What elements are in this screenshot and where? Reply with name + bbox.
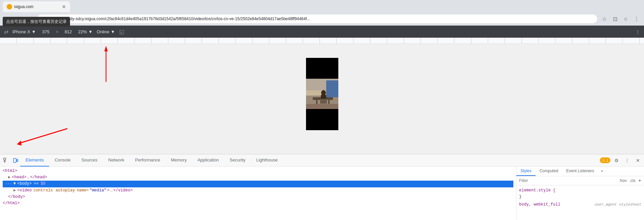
style-rule-body-selector: body, webkit_full	[519, 201, 560, 208]
svg-marker-1	[104, 46, 108, 51]
active-tab[interactable]: ixigua.com ✕	[3, 1, 70, 12]
class-button[interactable]: .cls	[630, 178, 636, 183]
dom-expand-head[interactable]: ▶	[8, 174, 10, 181]
dom-attr-controls: controls	[33, 187, 53, 194]
device-selector[interactable]: iPhone X ▼	[12, 29, 36, 34]
video-still	[306, 79, 338, 109]
phone-preview	[306, 58, 338, 130]
url-bar[interactable]: ⚠ 不安全 | v5-dy-sdcy.ixigua.com/c2fac84c61…	[37, 14, 598, 24]
tab-console[interactable]: Console	[49, 154, 76, 167]
svg-rect-18	[13, 158, 16, 162]
device-toolbar: ⇄ iPhone X ▼ 375 × 812 22% ▼ Online ▼ ◱ …	[0, 26, 644, 38]
tab-security[interactable]: Security	[224, 154, 251, 167]
browser-chrome: ixigua.com ✕ ← → ↻ ⚠ 不安全 | v5-dy-sdcy.ix…	[0, 0, 644, 44]
toolbar-more-icon[interactable]: ⋮	[636, 29, 640, 34]
main-content-area	[0, 44, 644, 154]
dom-equals: ==	[34, 181, 38, 187]
svg-line-2	[19, 129, 67, 143]
tab-close-button[interactable]: ✕	[62, 4, 66, 9]
svg-rect-15	[4, 158, 6, 160]
back-tooltip: 点击可后退，按住可查看历史记录	[3, 17, 70, 27]
style-rule-body: body, webkit_full user_agent stylesheet	[519, 201, 641, 208]
dom-attr-name: name=	[77, 187, 89, 194]
svg-rect-7	[326, 80, 338, 97]
device-name: iPhone X	[12, 29, 30, 34]
devtools-settings-button[interactable]: ⚙	[612, 156, 621, 165]
tab-favicon	[7, 4, 12, 9]
warning-badge[interactable]: ⚠ 1	[600, 157, 610, 163]
dimension-height[interactable]: 812	[62, 29, 74, 34]
ruler	[0, 38, 644, 44]
dom-expand-video[interactable]: ▶	[13, 187, 16, 194]
dom-line-html: <html>	[3, 168, 513, 174]
warning-count: 1	[606, 158, 608, 162]
devtools-more-button[interactable]: ⋮	[622, 156, 632, 165]
url-text: v5-dy-sdcy.ixigua.com/c2fac84c61d4e405a1…	[64, 16, 310, 21]
zoom-dropdown-icon: ▼	[88, 29, 93, 34]
inspect-element-button[interactable]	[1, 156, 11, 165]
styles-tab-styles[interactable]: Styles	[516, 167, 536, 176]
dom-line-html-close: </html>	[3, 200, 513, 207]
tab-elements[interactable]: Elements	[20, 154, 49, 167]
tab-bar: ixigua.com ✕	[0, 0, 644, 12]
svg-rect-19	[17, 159, 18, 161]
dimension-separator: ×	[56, 29, 59, 34]
profile-button[interactable]: ○	[621, 14, 631, 24]
tab-network[interactable]: Network	[103, 154, 130, 167]
dimension-width[interactable]: 375	[40, 29, 52, 34]
dom-dollar: $0	[41, 181, 45, 187]
devtools-body: <html> ▶ <head> … </head> ··· ▼ <body> =…	[0, 167, 644, 220]
svg-rect-14	[306, 104, 338, 109]
styles-tab-more[interactable]: »	[598, 167, 606, 176]
svg-marker-3	[17, 141, 22, 146]
zoom-selector[interactable]: 22% ▼	[78, 29, 93, 34]
dom-dots-indicator: ···	[5, 181, 12, 187]
dom-expand-body[interactable]: ▼	[13, 181, 16, 187]
devtools-close-button[interactable]: ✕	[633, 156, 643, 165]
tab-lighthouse[interactable]: Lighthouse	[251, 154, 283, 167]
devtools-tab-actions: ⚠ 1 ⚙ ⋮ ✕	[600, 156, 643, 165]
capture-icon[interactable]: ◱	[119, 29, 124, 35]
menu-button[interactable]: ⋮	[632, 14, 641, 24]
devtools-tabs: Elements Console Sources Network Perform…	[20, 154, 600, 167]
tab-title: ixigua.com	[14, 4, 33, 9]
address-bar: ← → ↻ ⚠ 不安全 | v5-dy-sdcy.ixigua.com/c2fa…	[0, 12, 644, 26]
hover-state-button[interactable]: :hov	[619, 178, 627, 183]
dom-attr-name-val: "media"	[90, 187, 106, 194]
video-still-svg	[306, 79, 338, 109]
add-style-rule-button[interactable]: +	[638, 178, 641, 184]
style-rule-element-selector: element.style {	[519, 188, 555, 193]
dom-line-video[interactable]: ▶ <video controls autoplay name= "media"…	[3, 187, 513, 194]
styles-filter-bar: :hov .cls +	[516, 176, 644, 185]
bookmark-button[interactable]: ☆	[600, 14, 609, 24]
svg-point-11	[321, 90, 326, 96]
style-rule-source: user_agent stylesheet	[595, 202, 641, 208]
dom-panel[interactable]: <html> ▶ <head> … </head> ··· ▼ <body> =…	[0, 167, 516, 220]
url-actions: ☆ ⊡ ○ ⋮	[600, 14, 641, 24]
rotate-icon[interactable]: ⇄	[4, 29, 8, 35]
ruler-marks	[0, 38, 644, 43]
device-toolbar-toggle-button[interactable]	[11, 156, 20, 165]
devtools-panel: Elements Console Sources Network Perform…	[0, 154, 644, 220]
dom-line-body[interactable]: ··· ▼ <body> == $0	[3, 181, 513, 187]
zoom-level: 22%	[78, 29, 87, 34]
tab-memory[interactable]: Memory	[166, 154, 192, 167]
tab-performance[interactable]: Performance	[130, 154, 165, 167]
styles-filter-input[interactable]	[519, 178, 616, 183]
warning-triangle-icon: ⚠	[602, 158, 605, 162]
dom-line-head[interactable]: ▶ <head> … </head>	[3, 174, 513, 181]
styles-tab-computed[interactable]: Computed	[536, 167, 562, 176]
tab-sources[interactable]: Sources	[76, 154, 103, 167]
device-dropdown-icon: ▼	[32, 29, 36, 34]
styles-panel: Styles Computed Event Listeners » :hov .…	[516, 167, 644, 220]
dom-line-body-close: </body>	[3, 194, 513, 200]
styles-panel-tabs: Styles Computed Event Listeners »	[516, 167, 644, 176]
styles-tab-event-listeners[interactable]: Event Listeners	[562, 167, 598, 176]
tab-application[interactable]: Application	[192, 154, 225, 167]
cast-button[interactable]: ⊡	[610, 14, 620, 24]
style-rule-element-close: }	[519, 194, 521, 199]
styles-body: element.style { } body, webkit_full user…	[516, 185, 644, 220]
network-selector[interactable]: Online ▼	[97, 29, 115, 34]
style-rule-element: element.style { }	[519, 187, 641, 200]
network-dropdown-icon: ▼	[111, 29, 115, 34]
